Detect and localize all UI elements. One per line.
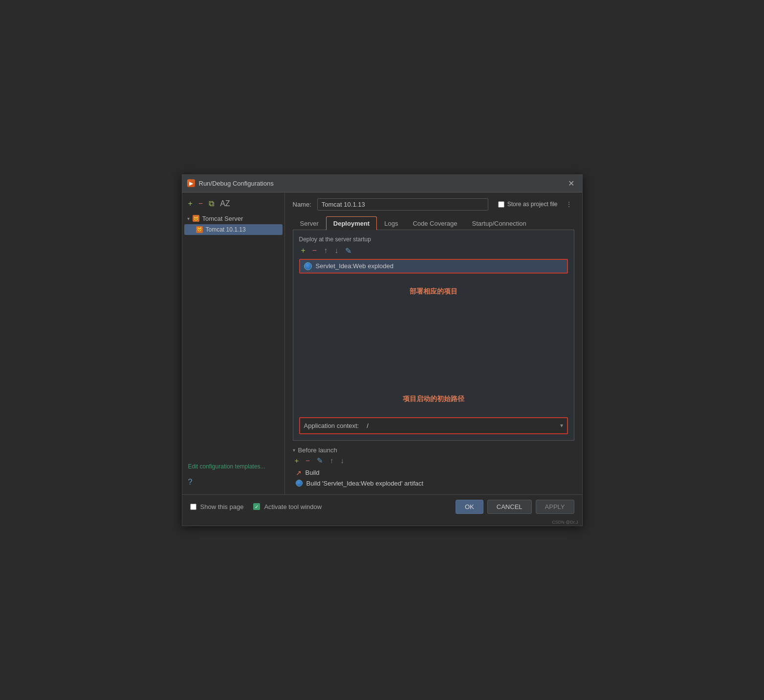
artifact-label: Servlet_Idea:Web exploded (316, 262, 393, 270)
show-page-label: Show this page (200, 503, 244, 510)
activate-tool-window-checked-icon: ✓ (253, 503, 260, 510)
app-context-dropdown-button[interactable]: ▾ (560, 422, 563, 429)
bl-up-button[interactable]: ↑ (328, 456, 336, 465)
close-button[interactable]: ✕ (565, 178, 577, 189)
bl-artifact-item: Build 'Servlet_Idea:Web exploded' artifa… (293, 478, 574, 488)
bl-build-item: ↗ Build (293, 467, 574, 478)
app-context-input[interactable] (365, 421, 554, 430)
app-context-label: Application context: (304, 422, 359, 429)
deploy-down-button[interactable]: ↓ (332, 246, 340, 255)
show-page-checkbox-row[interactable]: Show this page (190, 503, 244, 510)
main-content: Name: Store as project file ⋮ Server Dep… (285, 192, 582, 494)
add-config-button[interactable]: + (186, 198, 195, 209)
bl-add-button[interactable]: + (293, 456, 301, 465)
store-project-file-text: Store as project file (507, 201, 558, 208)
spacer (299, 306, 568, 385)
tab-code-coverage[interactable]: Code Coverage (405, 216, 464, 230)
tab-logs[interactable]: Logs (377, 216, 405, 230)
bl-remove-button[interactable]: − (304, 456, 312, 465)
ok-button[interactable]: OK (456, 500, 483, 514)
app-icon: ▶ (187, 179, 195, 187)
before-launch-label: Before launch (298, 446, 337, 454)
annotation-deploy: 部署相应的项目 (299, 287, 568, 296)
before-launch-toolbar: + − ✎ ↑ ↓ (293, 456, 574, 466)
deployment-panel: Deploy at the server startup + − ↑ ↓ ✎ S… (293, 230, 574, 441)
sidebar-item-label: Tomcat 10.1.13 (206, 226, 246, 233)
tabs-bar: Server Deployment Logs Code Coverage Sta… (293, 216, 574, 230)
tab-startup-connection[interactable]: Startup/Connection (464, 216, 533, 230)
name-input[interactable] (317, 198, 488, 211)
sidebar: + − ⧉ AZ ▾ 🐱 Tomcat Server 🐱 Tomcat 10.1… (182, 192, 285, 494)
tab-server[interactable]: Server (293, 216, 326, 230)
chevron-down-icon: ▾ (187, 216, 190, 221)
deploy-at-startup-label: Deploy at the server startup (299, 236, 568, 243)
deploy-up-button[interactable]: ↑ (322, 246, 329, 255)
show-page-checkbox[interactable] (190, 504, 196, 510)
title-bar: ▶ Run/Debug Configurations ✕ (182, 175, 582, 192)
tomcat-item-icon: 🐱 (196, 226, 203, 233)
dialog-title: Run/Debug Configurations (199, 180, 274, 187)
run-debug-dialog: ▶ Run/Debug Configurations ✕ + − ⧉ AZ ▾ … (182, 174, 583, 526)
tree-group-tomcat: ▾ 🐱 Tomcat Server 🐱 Tomcat 10.1.13 (182, 213, 284, 235)
action-buttons: OK CANCEL APPLY (456, 500, 574, 514)
watermark: CSDN @Dr.J (182, 519, 582, 526)
sidebar-toolbar: + − ⧉ AZ (182, 196, 284, 213)
tree-group-header[interactable]: ▾ 🐱 Tomcat Server (184, 213, 283, 224)
artifact-item[interactable]: Servlet_Idea:Web exploded (299, 259, 568, 274)
dialog-body: + − ⧉ AZ ▾ 🐱 Tomcat Server 🐱 Tomcat 10.1… (182, 192, 582, 494)
title-bar-left: ▶ Run/Debug Configurations (187, 179, 274, 187)
deploy-toolbar: + − ↑ ↓ ✎ (299, 246, 568, 256)
sidebar-item-tomcat[interactable]: 🐱 Tomcat 10.1.13 (184, 224, 283, 235)
copy-config-button[interactable]: ⧉ (207, 198, 216, 209)
cancel-button[interactable]: CANCEL (487, 500, 532, 514)
bottom-row: Show this page ✓ Activate tool window OK… (182, 494, 582, 519)
tomcat-group-icon: 🐱 (193, 215, 199, 222)
tree-group-label: Tomcat Server (202, 215, 243, 222)
before-launch-chevron-icon: ▾ (293, 447, 295, 453)
bl-build-label: Build (306, 469, 320, 476)
apply-button[interactable]: APPLY (536, 500, 574, 514)
bl-artifact-label: Build 'Servlet_Idea:Web exploded' artifa… (306, 480, 424, 487)
deploy-edit-button[interactable]: ✎ (343, 246, 353, 256)
bl-down-button[interactable]: ↓ (339, 456, 347, 465)
edit-templates-link[interactable]: Edit configuration templates... (182, 459, 284, 474)
name-row: Name: Store as project file ⋮ (293, 198, 574, 211)
before-launch-section: ▾ Before launch + − ✎ ↑ ↓ ↗ Build Build … (293, 446, 574, 488)
kebab-menu-button[interactable]: ⋮ (564, 199, 574, 209)
artifact-globe-icon (304, 262, 312, 270)
remove-config-button[interactable]: − (196, 198, 205, 209)
before-launch-header[interactable]: ▾ Before launch (293, 446, 574, 454)
bl-globe-icon (296, 480, 303, 487)
bl-edit-button[interactable]: ✎ (315, 456, 325, 466)
help-icon[interactable]: ? (182, 474, 284, 490)
sort-config-button[interactable]: AZ (218, 198, 232, 209)
deploy-remove-button[interactable]: − (310, 246, 319, 255)
activate-tool-window-label: Activate tool window (264, 503, 322, 510)
tab-deployment[interactable]: Deployment (326, 216, 377, 230)
build-arrow-icon: ↗ (296, 469, 302, 477)
app-context-row: Application context: ▾ (299, 417, 568, 434)
name-label: Name: (293, 201, 311, 208)
store-project-file-label[interactable]: Store as project file (498, 201, 558, 208)
deploy-add-button[interactable]: + (299, 246, 307, 255)
annotation-context: 项目启动的初始路径 (299, 395, 568, 403)
store-project-file-checkbox[interactable] (498, 201, 504, 208)
activate-tool-window-checkbox-row[interactable]: ✓ Activate tool window (253, 503, 322, 510)
